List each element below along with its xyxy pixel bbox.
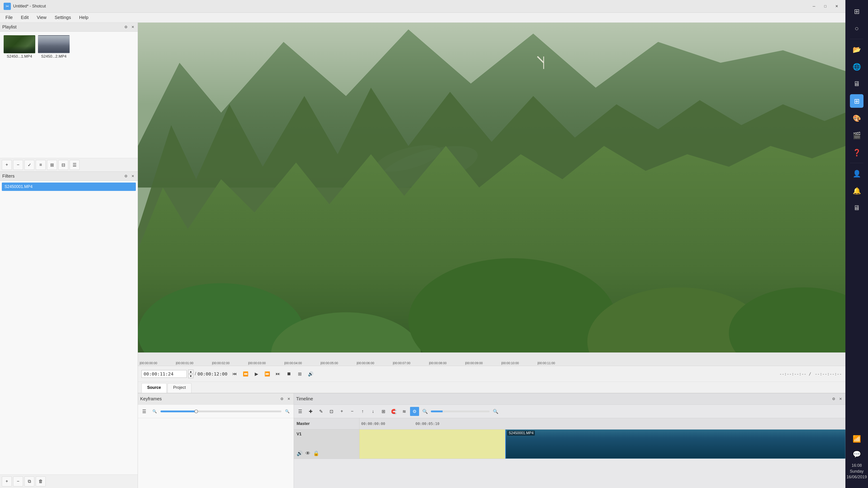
keyframes-zoom-out-button[interactable]: 🔍 (150, 407, 159, 416)
filter-selected-item[interactable]: S2450001.MP4 (2, 183, 136, 191)
timeline-active-button[interactable]: ⚙ (410, 407, 419, 416)
clock-time: 16:08 (846, 463, 867, 468)
taskbar-search-icon[interactable]: ○ (850, 22, 864, 35)
timeline-settings-button[interactable]: ⚙ (831, 396, 836, 402)
ruler-mark-1: |00:00:01:00 (176, 361, 212, 365)
timeline-lift-button[interactable]: ↑ (358, 407, 367, 416)
timeline-minus-button[interactable]: − (348, 407, 357, 416)
transport-stop-button[interactable]: ⏹ (284, 369, 293, 379)
keyframes-toolbar: ☰ 🔍 🔍 (138, 404, 293, 418)
keyframes-close-button[interactable]: ✕ (286, 396, 291, 402)
transport-play-button[interactable]: ▶ (252, 369, 261, 379)
taskbar-notification-icon[interactable]: 🔔 (850, 184, 864, 197)
transport-skip-start-button[interactable]: ⏮ (230, 369, 239, 379)
playlist-list-view-button[interactable]: ≡ (36, 160, 46, 170)
menu-help[interactable]: Help (75, 13, 92, 22)
taskbar-start-icon[interactable]: ⊞ (850, 4, 864, 18)
playlist-settings-button[interactable]: ⚙ (123, 24, 129, 30)
timecode-up-button[interactable]: ▲ (188, 369, 193, 374)
timeline-resize-button[interactable]: ⊞ (379, 407, 388, 416)
taskbar-desktop-icon[interactable]: 🖥 (850, 77, 864, 91)
menu-file[interactable]: File (2, 13, 16, 22)
timeline-zoom-in-button[interactable]: 🔍 (491, 407, 500, 416)
track-lock-icon[interactable]: 🔒 (313, 451, 319, 456)
timeline-ripple-button[interactable]: ≋ (400, 407, 409, 416)
transport-right: --:--:--:-- / --:--:--:-- (779, 371, 842, 376)
playlist-item-2[interactable]: S2450...2.MP4 (38, 35, 70, 59)
taskbar-video-icon[interactable]: 🎬 (850, 129, 864, 142)
taskbar-files-icon[interactable]: 📂 (850, 43, 864, 56)
filter-remove-button[interactable]: − (13, 477, 23, 486)
track-visibility-icon[interactable]: 👁 (305, 451, 310, 456)
transport-skip-end-button[interactable]: ⏭ (274, 369, 283, 379)
taskbar-wifi-icon[interactable]: 📶 (850, 432, 864, 446)
keyframes-panel: Keyframes ⚙ ✕ ☰ 🔍 🔍 (138, 393, 294, 488)
timeline-close-button[interactable]: ✕ (838, 396, 843, 402)
timeline-zoom-slider[interactable] (431, 411, 490, 412)
keyframes-zoom-slider[interactable] (160, 411, 281, 412)
timeline-menu-button[interactable]: ☰ (296, 407, 305, 416)
playlist-check-button[interactable]: ✓ (24, 160, 34, 170)
center-area: |00:00:00:00 |00:00:01:00 |00:00:02:00 |… (138, 23, 845, 488)
menu-edit[interactable]: Edit (17, 13, 32, 22)
keyframes-title: Keyframes (140, 396, 162, 401)
timeline-edit-button[interactable]: ✎ (316, 407, 326, 416)
taskbar-chat-icon[interactable]: 💬 (850, 447, 864, 461)
filters-header: Filters ⚙ ✕ (0, 172, 138, 181)
track-audio-icon[interactable]: 🔊 (297, 451, 303, 456)
track-v1-area[interactable]: S2450001.MP4 (360, 429, 845, 459)
playlist-close-button[interactable]: ✕ (130, 24, 135, 30)
playlist-menu-button[interactable]: ☰ (70, 160, 80, 170)
playlist-add-button[interactable]: + (2, 160, 12, 170)
menu-settings[interactable]: Settings (51, 13, 74, 22)
filters-content: S2450001.MP4 (0, 181, 138, 475)
playlist-remove-button[interactable]: − (13, 160, 23, 170)
tab-source[interactable]: Source (142, 383, 166, 393)
track-clip-1[interactable]: S2450001.MP4 (505, 429, 845, 459)
timeline-snap-button[interactable]: 🧲 (389, 407, 398, 416)
playlist-grid-view-button[interactable]: ⊞ (47, 160, 57, 170)
menu-view[interactable]: View (33, 13, 50, 22)
maximize-button[interactable]: □ (820, 3, 831, 10)
close-button[interactable]: ✕ (831, 3, 842, 10)
transport-rewind-button[interactable]: ⏪ (241, 369, 250, 379)
timeline-add-track-button[interactable]: ✚ (306, 407, 315, 416)
taskbar-help-icon[interactable]: ❓ (850, 146, 864, 159)
playlist-item-1[interactable]: S2450...1.MP4 (4, 35, 35, 59)
playlist-table-view-button[interactable]: ⊟ (58, 160, 68, 170)
clip-label-1: S2450001.MP4 (507, 431, 535, 435)
timeline-copy-button[interactable]: ⊡ (327, 407, 336, 416)
ruler-mark-9: |00:00:09:00 (465, 361, 501, 365)
taskbar-monitor-icon[interactable]: 🖥 (850, 201, 864, 215)
timeline-zoom-out-button[interactable]: 🔍 (421, 407, 430, 416)
taskbar-browser-icon[interactable]: 🌐 (850, 60, 864, 73)
video-frame (138, 23, 845, 352)
keyframes-zoom-in-button[interactable]: 🔍 (283, 407, 292, 416)
ruler-mark-10: |00:00:10:00 (501, 361, 537, 365)
keyframes-settings-button[interactable]: ⚙ (279, 396, 285, 402)
taskbar-taskview-icon[interactable]: ⊞ (850, 94, 864, 108)
timecode-input[interactable] (142, 370, 187, 378)
playlist-panel: Playlist ⚙ ✕ S2450...1.MP4 S2450...2.MP4 (0, 23, 138, 172)
filter-delete-button[interactable]: 🗑 (36, 477, 46, 486)
playlist-content: S2450...1.MP4 S2450...2.MP4 (0, 32, 138, 158)
transport-grid-button[interactable]: ⊞ (295, 369, 304, 379)
minimize-button[interactable]: ─ (809, 3, 819, 10)
taskbar-color-icon[interactable]: 🎨 (850, 111, 864, 125)
taskbar-separator-1 (850, 39, 864, 39)
tab-project[interactable]: Project (167, 383, 191, 393)
filter-copy-button[interactable]: ⧉ (24, 477, 34, 486)
ruler-mark-11: |00:00:11:00 (537, 361, 574, 365)
timeline-title: Timeline (296, 396, 313, 401)
timeline-drop-button[interactable]: ↓ (368, 407, 377, 416)
transport-fast-forward-button[interactable]: ⏩ (263, 369, 272, 379)
timecode-down-button[interactable]: ▼ (188, 374, 193, 378)
taskbar-person-icon[interactable]: 👤 (850, 167, 864, 180)
filters-settings-button[interactable]: ⚙ (123, 173, 129, 179)
timeline-add-button[interactable]: + (337, 407, 346, 416)
transport-volume-button[interactable]: 🔊 (306, 369, 315, 379)
video-canvas (138, 23, 845, 352)
filters-close-button[interactable]: ✕ (130, 173, 135, 179)
filter-add-button[interactable]: + (2, 477, 12, 486)
keyframes-menu-button[interactable]: ☰ (140, 407, 149, 416)
